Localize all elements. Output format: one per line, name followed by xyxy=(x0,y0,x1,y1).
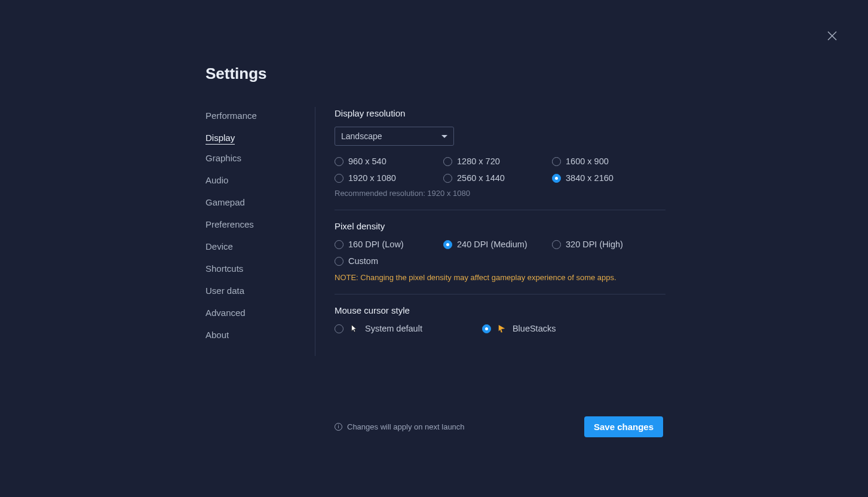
cursor-option-system-default[interactable]: System default xyxy=(335,324,422,333)
radio-icon xyxy=(335,324,343,333)
sidebar-item-advanced[interactable]: Advanced xyxy=(206,304,246,321)
resolution-option-1600x900[interactable]: 1600 x 900 xyxy=(552,157,661,166)
cursor-label: BlueStacks xyxy=(513,324,556,333)
recommended-resolution-text: Recommended resolution: 1920 x 1080 xyxy=(335,189,665,198)
sidebar-item-display[interactable]: Display xyxy=(206,129,235,145)
bluestacks-cursor-icon xyxy=(497,324,507,333)
dpi-option-240[interactable]: 240 DPI (Medium) xyxy=(443,240,552,249)
mouse-cursor-title: Mouse cursor style xyxy=(335,305,665,315)
resolution-option-1280x720[interactable]: 1280 x 720 xyxy=(443,157,552,166)
section-pixel-density: Pixel density 160 DPI (Low) 240 DPI (Med… xyxy=(335,221,665,294)
chevron-down-icon xyxy=(441,135,447,138)
dpi-label: Custom xyxy=(348,256,378,266)
save-changes-button[interactable]: Save changes xyxy=(584,416,663,437)
pixel-density-title: Pixel density xyxy=(335,221,665,231)
sidebar-item-device[interactable]: Device xyxy=(206,238,233,255)
close-icon xyxy=(827,31,837,41)
radio-icon xyxy=(335,240,343,249)
settings-content: Display resolution Landscape 960 x 540 1… xyxy=(315,107,665,356)
footer: i Changes will apply on next launch Save… xyxy=(335,416,663,437)
dpi-label: 240 DPI (Medium) xyxy=(457,240,527,249)
settings-sidebar: Performance Display Graphics Audio Gamep… xyxy=(206,107,315,356)
cursor-option-bluestacks[interactable]: BlueStacks xyxy=(482,324,556,333)
orientation-select[interactable]: Landscape xyxy=(335,127,454,146)
radio-icon xyxy=(443,157,452,166)
cursor-label: System default xyxy=(365,324,422,333)
sidebar-item-shortcuts[interactable]: Shortcuts xyxy=(206,260,243,277)
radio-icon xyxy=(482,324,491,333)
dpi-option-320[interactable]: 320 DPI (High) xyxy=(552,240,661,249)
resolution-option-960x540[interactable]: 960 x 540 xyxy=(335,157,443,166)
dpi-label: 160 DPI (Low) xyxy=(348,240,404,249)
sidebar-item-graphics[interactable]: Graphics xyxy=(206,149,241,167)
display-resolution-title: Display resolution xyxy=(335,108,665,118)
radio-icon xyxy=(552,174,561,183)
close-button[interactable] xyxy=(827,31,837,41)
resolution-label: 2560 x 1440 xyxy=(457,173,505,183)
orientation-select-value: Landscape xyxy=(341,131,382,141)
pixel-density-note: NOTE: Changing the pixel density may aff… xyxy=(335,273,665,282)
dpi-option-160[interactable]: 160 DPI (Low) xyxy=(335,240,443,249)
radio-icon xyxy=(552,240,561,249)
arrow-cursor-icon xyxy=(349,324,359,333)
resolution-label: 1920 x 1080 xyxy=(348,173,396,183)
dpi-option-custom[interactable]: Custom xyxy=(335,256,443,266)
sidebar-item-preferences[interactable]: Preferences xyxy=(206,216,254,233)
radio-icon xyxy=(335,157,343,166)
resolution-label: 960 x 540 xyxy=(348,157,387,166)
page-title: Settings xyxy=(206,65,665,83)
sidebar-item-user-data[interactable]: User data xyxy=(206,282,244,299)
resolution-option-2560x1440[interactable]: 2560 x 1440 xyxy=(443,173,552,183)
resolution-label: 3840 x 2160 xyxy=(566,173,614,183)
resolution-option-3840x2160[interactable]: 3840 x 2160 xyxy=(552,173,661,183)
radio-icon xyxy=(443,174,452,183)
info-icon: i xyxy=(335,423,342,431)
footer-info-text: Changes will apply on next launch xyxy=(347,422,465,431)
section-display-resolution: Display resolution Landscape 960 x 540 1… xyxy=(335,108,665,210)
resolution-option-1920x1080[interactable]: 1920 x 1080 xyxy=(335,173,443,183)
footer-info: i Changes will apply on next launch xyxy=(335,422,465,431)
dpi-label: 320 DPI (High) xyxy=(566,240,623,249)
radio-icon xyxy=(443,240,452,249)
sidebar-item-audio[interactable]: Audio xyxy=(206,171,228,189)
sidebar-item-about[interactable]: About xyxy=(206,326,229,343)
radio-icon xyxy=(552,157,561,166)
section-mouse-cursor: Mouse cursor style System default xyxy=(335,305,665,345)
resolution-label: 1600 x 900 xyxy=(566,157,609,166)
resolution-label: 1280 x 720 xyxy=(457,157,500,166)
sidebar-item-gamepad[interactable]: Gamepad xyxy=(206,194,245,211)
sidebar-item-performance[interactable]: Performance xyxy=(206,107,257,124)
radio-icon xyxy=(335,257,343,266)
radio-icon xyxy=(335,174,343,183)
